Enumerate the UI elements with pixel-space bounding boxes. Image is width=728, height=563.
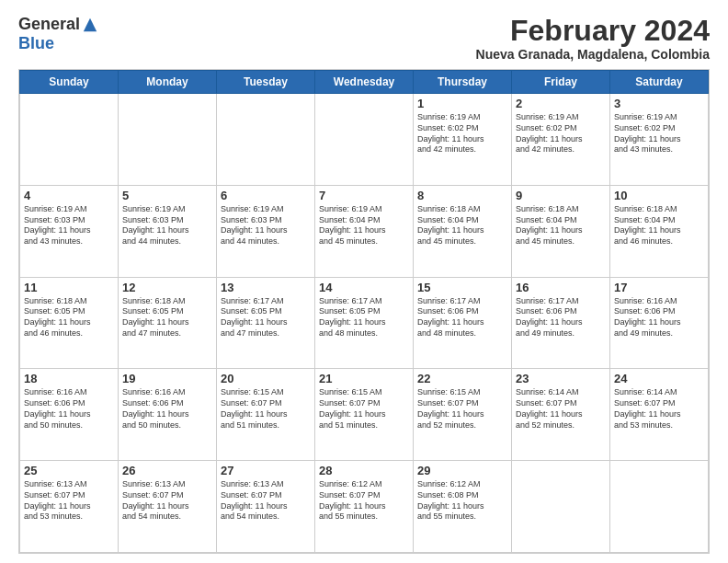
logo-blue-text: Blue (18, 34, 54, 53)
table-row: 27Sunrise: 6:13 AM Sunset: 6:07 PM Dayli… (217, 461, 315, 553)
header-wednesday: Wednesday (315, 71, 414, 94)
day-info: Sunrise: 6:16 AM Sunset: 6:06 PM Dayligh… (24, 387, 114, 431)
table-row: 14Sunrise: 6:17 AM Sunset: 6:05 PM Dayli… (315, 277, 414, 369)
calendar-week-row: 11Sunrise: 6:18 AM Sunset: 6:05 PM Dayli… (20, 277, 709, 369)
day-number: 7 (319, 189, 409, 202)
calendar-week-row: 1Sunrise: 6:19 AM Sunset: 6:02 PM Daylig… (20, 94, 709, 186)
day-number: 6 (221, 189, 311, 202)
day-number: 12 (122, 281, 212, 294)
day-info: Sunrise: 6:15 AM Sunset: 6:07 PM Dayligh… (319, 387, 409, 431)
table-row: 15Sunrise: 6:17 AM Sunset: 6:06 PM Dayli… (414, 277, 512, 369)
day-number: 1 (417, 97, 507, 110)
day-info: Sunrise: 6:19 AM Sunset: 6:04 PM Dayligh… (319, 204, 409, 247)
header-monday: Monday (119, 71, 217, 94)
day-info: Sunrise: 6:18 AM Sunset: 6:04 PM Dayligh… (417, 204, 507, 247)
day-info: Sunrise: 6:13 AM Sunset: 6:07 PM Dayligh… (24, 479, 114, 523)
day-number: 29 (417, 464, 507, 477)
day-number: 24 (614, 372, 704, 385)
table-row (512, 461, 610, 553)
table-row (610, 461, 709, 553)
page: General Blue February 2024 Nueva Granada… (0, 0, 728, 563)
table-row (315, 94, 414, 186)
day-number: 5 (122, 189, 212, 202)
table-row: 17Sunrise: 6:16 AM Sunset: 6:06 PM Dayli… (610, 277, 709, 369)
day-info: Sunrise: 6:13 AM Sunset: 6:07 PM Dayligh… (122, 479, 212, 523)
logo-general-text: General (18, 15, 80, 34)
calendar-week-row: 18Sunrise: 6:16 AM Sunset: 6:06 PM Dayli… (20, 369, 709, 461)
header-right: February 2024 Nueva Granada, Magdalena, … (476, 15, 710, 62)
day-number: 10 (614, 189, 704, 202)
svg-marker-0 (84, 17, 97, 30)
day-info: Sunrise: 6:16 AM Sunset: 6:06 PM Dayligh… (614, 296, 704, 339)
table-row: 8Sunrise: 6:18 AM Sunset: 6:04 PM Daylig… (414, 185, 512, 277)
day-info: Sunrise: 6:14 AM Sunset: 6:07 PM Dayligh… (614, 387, 704, 431)
table-row: 11Sunrise: 6:18 AM Sunset: 6:05 PM Dayli… (20, 277, 119, 369)
day-number: 26 (122, 464, 212, 477)
table-row (20, 94, 119, 186)
header-tuesday: Tuesday (217, 71, 315, 94)
day-info: Sunrise: 6:12 AM Sunset: 6:08 PM Dayligh… (417, 479, 507, 523)
day-info: Sunrise: 6:19 AM Sunset: 6:03 PM Dayligh… (221, 204, 311, 247)
day-info: Sunrise: 6:19 AM Sunset: 6:02 PM Dayligh… (516, 112, 606, 155)
day-number: 9 (516, 189, 606, 202)
table-row: 2Sunrise: 6:19 AM Sunset: 6:02 PM Daylig… (512, 94, 610, 186)
day-info: Sunrise: 6:13 AM Sunset: 6:07 PM Dayligh… (221, 479, 311, 523)
table-row: 19Sunrise: 6:16 AM Sunset: 6:06 PM Dayli… (119, 369, 217, 461)
header: General Blue February 2024 Nueva Granada… (18, 15, 710, 62)
day-info: Sunrise: 6:14 AM Sunset: 6:07 PM Dayligh… (516, 387, 606, 431)
day-info: Sunrise: 6:17 AM Sunset: 6:06 PM Dayligh… (516, 296, 606, 339)
day-info: Sunrise: 6:17 AM Sunset: 6:05 PM Dayligh… (319, 296, 409, 339)
calendar-week-row: 4Sunrise: 6:19 AM Sunset: 6:03 PM Daylig… (20, 185, 709, 277)
day-number: 16 (516, 281, 606, 294)
calendar-week-row: 25Sunrise: 6:13 AM Sunset: 6:07 PM Dayli… (20, 461, 709, 553)
day-info: Sunrise: 6:18 AM Sunset: 6:05 PM Dayligh… (24, 296, 114, 339)
header-sunday: Sunday (20, 71, 119, 94)
day-info: Sunrise: 6:18 AM Sunset: 6:04 PM Dayligh… (516, 204, 606, 247)
day-number: 14 (319, 281, 409, 294)
day-info: Sunrise: 6:17 AM Sunset: 6:06 PM Dayligh… (417, 296, 507, 339)
table-row: 23Sunrise: 6:14 AM Sunset: 6:07 PM Dayli… (512, 369, 610, 461)
calendar-title: February 2024 (476, 15, 710, 47)
day-info: Sunrise: 6:18 AM Sunset: 6:04 PM Dayligh… (614, 204, 704, 247)
day-number: 20 (221, 372, 311, 385)
day-number: 4 (24, 189, 114, 202)
table-row: 16Sunrise: 6:17 AM Sunset: 6:06 PM Dayli… (512, 277, 610, 369)
day-info: Sunrise: 6:15 AM Sunset: 6:07 PM Dayligh… (417, 387, 507, 431)
table-row: 9Sunrise: 6:18 AM Sunset: 6:04 PM Daylig… (512, 185, 610, 277)
day-info: Sunrise: 6:19 AM Sunset: 6:03 PM Dayligh… (24, 204, 114, 247)
day-info: Sunrise: 6:19 AM Sunset: 6:03 PM Dayligh… (122, 204, 212, 247)
day-number: 2 (516, 97, 606, 110)
table-row (217, 94, 315, 186)
day-info: Sunrise: 6:19 AM Sunset: 6:02 PM Dayligh… (614, 112, 704, 155)
logo: General Blue (18, 15, 98, 53)
table-row: 18Sunrise: 6:16 AM Sunset: 6:06 PM Dayli… (20, 369, 119, 461)
table-row: 29Sunrise: 6:12 AM Sunset: 6:08 PM Dayli… (414, 461, 512, 553)
day-info: Sunrise: 6:19 AM Sunset: 6:02 PM Dayligh… (417, 112, 507, 155)
header-thursday: Thursday (414, 71, 512, 94)
day-number: 15 (417, 281, 507, 294)
day-number: 18 (24, 372, 114, 385)
header-saturday: Saturday (610, 71, 709, 94)
table-row: 5Sunrise: 6:19 AM Sunset: 6:03 PM Daylig… (119, 185, 217, 277)
table-row: 22Sunrise: 6:15 AM Sunset: 6:07 PM Dayli… (414, 369, 512, 461)
calendar-table: Sunday Monday Tuesday Wednesday Thursday… (19, 70, 709, 553)
calendar-header-row: Sunday Monday Tuesday Wednesday Thursday… (20, 71, 709, 94)
day-number: 23 (516, 372, 606, 385)
table-row: 25Sunrise: 6:13 AM Sunset: 6:07 PM Dayli… (20, 461, 119, 553)
day-info: Sunrise: 6:17 AM Sunset: 6:05 PM Dayligh… (221, 296, 311, 339)
table-row: 24Sunrise: 6:14 AM Sunset: 6:07 PM Dayli… (610, 369, 709, 461)
table-row: 3Sunrise: 6:19 AM Sunset: 6:02 PM Daylig… (610, 94, 709, 186)
table-row: 28Sunrise: 6:12 AM Sunset: 6:07 PM Dayli… (315, 461, 414, 553)
day-number: 8 (417, 189, 507, 202)
table-row: 6Sunrise: 6:19 AM Sunset: 6:03 PM Daylig… (217, 185, 315, 277)
day-number: 28 (319, 464, 409, 477)
table-row: 10Sunrise: 6:18 AM Sunset: 6:04 PM Dayli… (610, 185, 709, 277)
table-row: 7Sunrise: 6:19 AM Sunset: 6:04 PM Daylig… (315, 185, 414, 277)
day-number: 22 (417, 372, 507, 385)
table-row: 21Sunrise: 6:15 AM Sunset: 6:07 PM Dayli… (315, 369, 414, 461)
day-number: 27 (221, 464, 311, 477)
table-row: 26Sunrise: 6:13 AM Sunset: 6:07 PM Dayli… (119, 461, 217, 553)
header-friday: Friday (512, 71, 610, 94)
day-number: 19 (122, 372, 212, 385)
day-number: 13 (221, 281, 311, 294)
